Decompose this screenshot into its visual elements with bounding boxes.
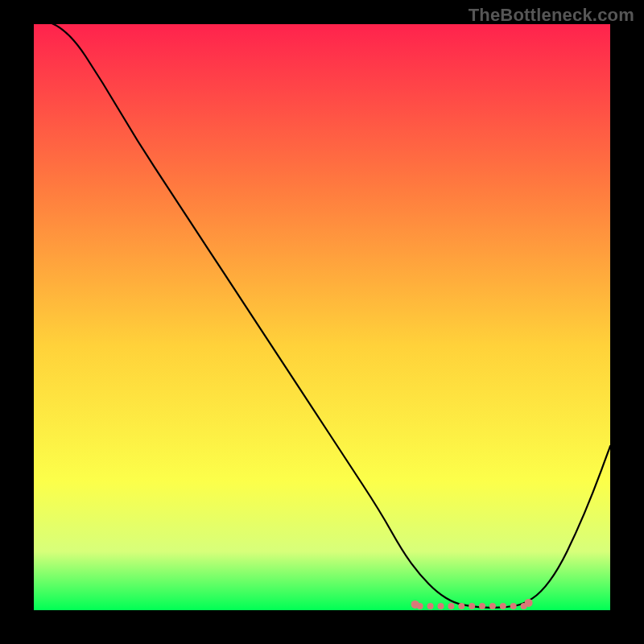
plateau-dot <box>427 603 434 609</box>
plateau-dot <box>479 603 485 609</box>
plateau-dot <box>469 603 475 609</box>
plateau-dot <box>438 603 444 609</box>
plateau-end-dot <box>525 599 533 607</box>
plateau-dot <box>500 603 506 609</box>
plateau-dot <box>448 603 454 609</box>
chart-stage: TheBottleneck.com <box>0 0 644 644</box>
chart-canvas <box>34 24 610 610</box>
plateau-dot <box>458 603 464 609</box>
chart-svg <box>34 24 610 610</box>
plateau-dot <box>510 603 517 609</box>
plateau-dot <box>489 603 496 609</box>
plateau-end-dot <box>411 601 419 609</box>
watermark-text: TheBottleneck.com <box>469 5 634 26</box>
